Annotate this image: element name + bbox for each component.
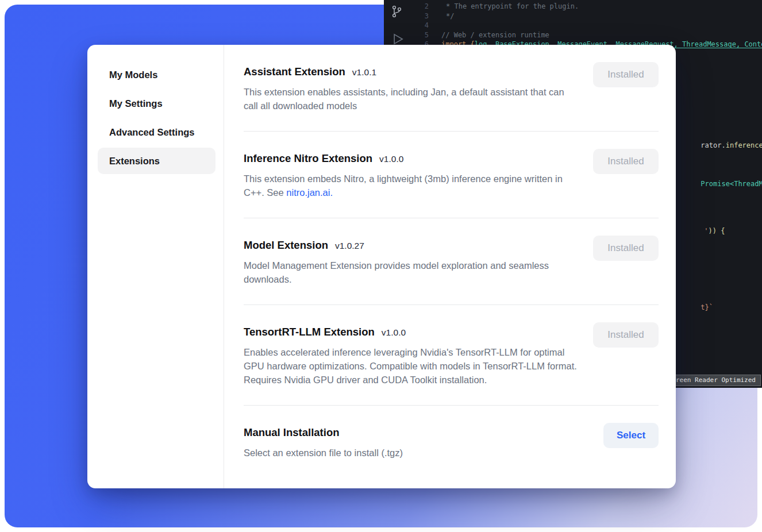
extension-version: v1.0.0 [382, 327, 406, 338]
extension-row: TensortRT-LLM Extension v1.0.0 Enables a… [244, 325, 659, 387]
line-number: 4 [409, 21, 441, 30]
git-branch-icon[interactable] [390, 5, 403, 20]
code-fragment: ')) { [679, 217, 725, 245]
extension-title: TensortRT-LLM Extension [244, 325, 375, 340]
extension-row: Inference Nitro Extension v1.0.0 This ex… [244, 151, 659, 199]
code-comment: * The entrypoint for the plugin. [441, 2, 579, 11]
extension-header: Inference Nitro Extension v1.0.0 [244, 151, 577, 166]
extension-row: Model Extension v1.0.27 Model Management… [244, 238, 659, 286]
manual-installation-title: Manual Installation [244, 425, 340, 440]
code-comment: */ [441, 11, 454, 21]
divider [244, 304, 659, 305]
extension-version: v1.0.0 [379, 154, 403, 164]
divider [244, 405, 659, 406]
code-string: ' [704, 227, 708, 235]
installed-button[interactable]: Installed [593, 149, 659, 174]
code-line: 2 * The entrypoint for the plugin. [409, 2, 762, 11]
extension-info: Manual Installation Select an extension … [244, 425, 403, 460]
extension-version: v1.0.1 [352, 67, 376, 78]
code-method: inference [726, 141, 762, 149]
extension-description: This extension enables assistants, inclu… [244, 85, 577, 113]
extensions-list: Assistant Extension v1.0.1 This extensio… [224, 45, 676, 488]
extension-row: Assistant Extension v1.0.1 This extensio… [244, 64, 659, 113]
divider [244, 131, 659, 132]
code-area: 2 * The entrypoint for the plugin. 3 */ … [409, 2, 762, 49]
code-type: Promise<ThreadMessage> [701, 180, 762, 188]
extension-description: Enables accelerated inference leveraging… [244, 345, 577, 387]
extension-title: Model Extension [244, 238, 328, 253]
code-line: 3 */ [409, 11, 762, 21]
code-fragment: Promise<ThreadMessage> [676, 170, 762, 198]
code-string: t}` [701, 303, 713, 311]
extension-info: Inference Nitro Extension v1.0.0 This ex… [244, 151, 577, 199]
extension-info: Model Extension v1.0.27 Model Management… [244, 238, 577, 286]
code-comment: // Web / extension runtime [441, 30, 549, 40]
sidebar-item-advanced-settings[interactable]: Advanced Settings [98, 119, 215, 145]
settings-sidebar: My Models My Settings Advanced Settings … [87, 45, 224, 488]
sidebar-item-my-models[interactable]: My Models [98, 61, 215, 88]
extension-title: Inference Nitro Extension [244, 151, 372, 166]
extension-title: Assistant Extension [244, 64, 345, 79]
extension-info: Assistant Extension v1.0.1 This extensio… [244, 64, 577, 113]
extension-version: v1.0.27 [335, 241, 364, 251]
installed-button[interactable]: Installed [593, 62, 659, 87]
line-number: 5 [409, 30, 441, 40]
extension-header: Model Extension v1.0.27 [244, 238, 577, 253]
extension-header: Manual Installation [244, 425, 403, 440]
desktop: 2 * The entrypoint for the plugin. 3 */ … [0, 0, 762, 532]
extension-description: This extension embeds Nitro, a lightweig… [244, 172, 577, 199]
code-fragment: rator.inference(data)); [676, 132, 762, 159]
code-fragment: t}` [676, 294, 713, 321]
extension-info: TensortRT-LLM Extension v1.0.0 Enables a… [244, 325, 577, 387]
extension-description: Model Management Extension provides mode… [244, 259, 577, 286]
installed-button[interactable]: Installed [593, 236, 659, 261]
extension-header: TensortRT-LLM Extension v1.0.0 [244, 325, 577, 340]
screen-reader-badge[interactable]: Screen Reader Optimized [663, 375, 761, 386]
sidebar-item-extensions[interactable]: Extensions [98, 148, 215, 174]
select-button[interactable]: Select [603, 423, 659, 448]
extension-header: Assistant Extension v1.0.1 [244, 64, 577, 79]
line-number: 2 [409, 2, 441, 11]
settings-modal: My Models My Settings Advanced Settings … [87, 45, 676, 488]
code-line: 4 [409, 21, 762, 30]
manual-installation-row: Manual Installation Select an extension … [244, 425, 659, 460]
manual-installation-description: Select an extension file to install (.tg… [244, 446, 403, 460]
line-number: 3 [409, 11, 441, 21]
code-text: )) { [709, 227, 725, 235]
sidebar-item-my-settings[interactable]: My Settings [98, 90, 215, 117]
installed-button[interactable]: Installed [593, 322, 659, 348]
divider [244, 218, 659, 218]
nitro-jan-ai-link[interactable]: nitro.jan.ai. [286, 187, 333, 198]
code-text: rator. [701, 141, 725, 149]
code-line: 5 // Web / extension runtime [409, 30, 762, 40]
